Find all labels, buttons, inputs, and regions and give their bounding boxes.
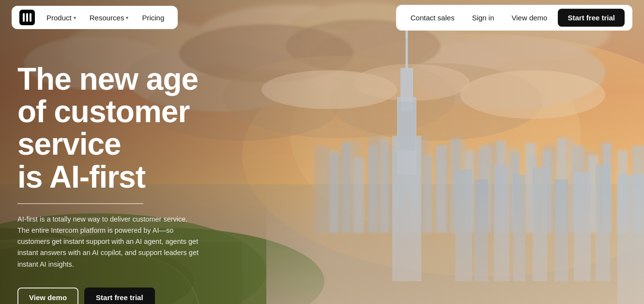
view-demo-link[interactable]: View demo: [505, 11, 554, 25]
hero-content: The new age of customer service is AI-fi…: [0, 44, 271, 304]
svg-rect-90: [30, 13, 31, 22]
contact-sales-link[interactable]: Contact sales: [404, 11, 461, 25]
hero-title-line1: The new age: [17, 62, 198, 96]
chevron-down-icon: ▾: [126, 15, 128, 20]
hero-title-line3: is AI-first: [17, 160, 145, 194]
svg-rect-89: [26, 13, 28, 22]
view-demo-button[interactable]: View demo: [17, 288, 78, 304]
nav-resources-label: Resources: [90, 14, 124, 22]
hero-cta-buttons: View demo Start free trial: [17, 288, 254, 304]
hero-description: AI-first is a totally new way to deliver…: [17, 214, 201, 270]
chevron-down-icon: ▾: [74, 15, 76, 20]
svg-rect-88: [23, 13, 25, 22]
hero-divider: [17, 203, 143, 204]
nav-resources[interactable]: Resources ▾: [84, 11, 135, 25]
nav-left-group: Product ▾ Resources ▾ Pricing: [12, 6, 178, 29]
nav-right-group: Contact sales Sign in View demo Start fr…: [396, 5, 632, 31]
start-free-trial-nav-button[interactable]: Start free trial: [558, 9, 625, 27]
start-free-trial-hero-button[interactable]: Start free trial: [84, 288, 155, 304]
hero-title: The new age of customer service is AI-fi…: [17, 63, 254, 193]
nav-product[interactable]: Product ▾: [41, 11, 82, 25]
nav-pricing-label: Pricing: [142, 14, 164, 22]
sign-in-link[interactable]: Sign in: [465, 11, 501, 25]
hero-title-line2: of customer service: [17, 94, 189, 161]
logo-icon[interactable]: [19, 10, 35, 25]
nav-pricing[interactable]: Pricing: [136, 11, 170, 25]
navbar: Product ▾ Resources ▾ Pricing Contact sa…: [0, 0, 644, 35]
nav-product-label: Product: [46, 14, 72, 22]
